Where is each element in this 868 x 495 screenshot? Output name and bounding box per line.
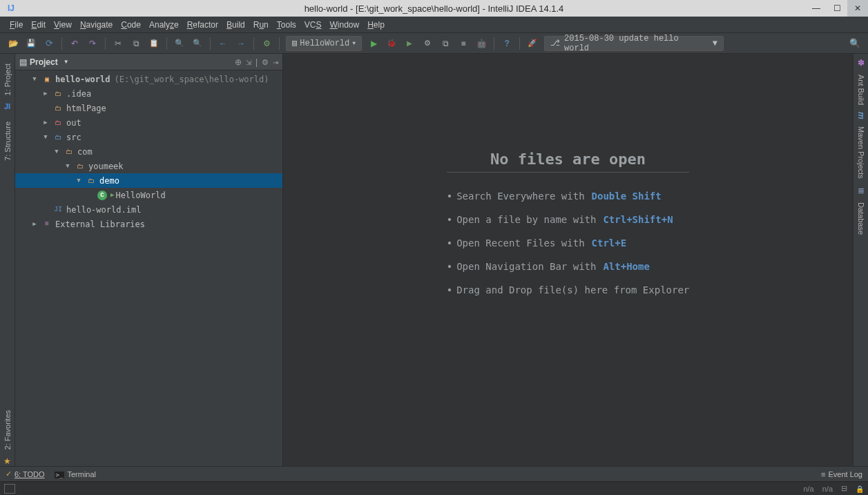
- debug-button[interactable]: [384, 36, 399, 51]
- toolwindow-ant-tab[interactable]: Ant Build: [856, 69, 867, 110]
- menu-code[interactable]: Code: [117, 18, 145, 32]
- undo-button[interactable]: [67, 36, 82, 51]
- expand-icon[interactable]: [64, 163, 72, 170]
- menu-refactor[interactable]: Refactor: [183, 18, 222, 32]
- autoscroll-button[interactable]: [235, 57, 242, 67]
- toolwindow-eventlog-tab[interactable]: ≡ Event Log: [821, 470, 862, 478]
- minimize-button[interactable]: —: [806, 0, 827, 17]
- nav-back-button[interactable]: [215, 36, 231, 51]
- tree-node-out[interactable]: out: [15, 115, 282, 130]
- terminal-icon: [55, 470, 65, 478]
- sync-button[interactable]: [41, 36, 57, 51]
- toolwindow-structure-tab[interactable]: 7: Structure: [2, 116, 13, 166]
- save-all-button[interactable]: [23, 36, 39, 51]
- chevron-down-icon[interactable]: ▼: [64, 59, 69, 65]
- deploy-button[interactable]: [525, 36, 540, 51]
- settings-button[interactable]: [262, 57, 269, 67]
- toolwindow-maven-tab[interactable]: Maven Projects: [856, 121, 867, 184]
- run-coverage-button[interactable]: [402, 36, 417, 51]
- menu-help[interactable]: Help: [363, 18, 389, 32]
- tip-open-file: Open a file by name withCtrl+Shift+N: [447, 214, 690, 225]
- caret-position: n/a: [803, 485, 813, 493]
- redo-button[interactable]: [85, 36, 100, 51]
- toolbar-separator: |: [255, 57, 258, 67]
- tree-node-iml[interactable]: JI hello-world.iml: [15, 202, 282, 217]
- maven-icon: m: [856, 112, 866, 119]
- project-tree[interactable]: hello-world (E:\git_work_space\hello-wor…: [15, 70, 282, 466]
- menu-tools[interactable]: Tools: [273, 18, 300, 32]
- menu-analyze[interactable]: Analyze: [145, 18, 183, 32]
- chevron-down-icon: ▼: [352, 40, 356, 46]
- attach-button[interactable]: ⧉: [438, 36, 453, 51]
- copy-button[interactable]: [128, 36, 144, 51]
- paste-button[interactable]: [146, 36, 162, 51]
- empty-editor-state: No files are open Search Everywhere with…: [447, 151, 690, 308]
- left-tool-stripe: 1: Project JI 7: Structure 2: Favorites …: [0, 54, 15, 466]
- runnable-gutter-icon: ▶: [110, 191, 114, 199]
- toolwindow-database-tab[interactable]: Database: [856, 197, 867, 240]
- menu-window[interactable]: Window: [325, 18, 363, 32]
- tree-node-helloworld-class[interactable]: C ▶ HelloWorld: [15, 188, 282, 202]
- shortcut: Ctrl+E: [592, 237, 627, 249]
- menu-navigate[interactable]: Navigate: [76, 18, 117, 32]
- close-button[interactable]: ✕: [847, 0, 868, 17]
- toolwindow-project-tab[interactable]: 1: Project: [2, 58, 13, 101]
- tree-node-com[interactable]: com: [15, 144, 282, 159]
- tip-nav-bar: Open Navigation Bar withAlt+Home: [447, 261, 690, 272]
- editor-area[interactable]: No files are open Search Everywhere with…: [283, 54, 853, 466]
- menu-run[interactable]: Run: [249, 18, 273, 32]
- tree-node-idea[interactable]: .idea: [15, 86, 282, 101]
- run-button[interactable]: [366, 36, 381, 51]
- expand-icon[interactable]: [30, 220, 39, 228]
- toolbar-separator: [210, 37, 211, 50]
- todo-icon: [6, 469, 12, 478]
- expand-icon[interactable]: [41, 90, 50, 97]
- cut-button[interactable]: [110, 36, 126, 51]
- expand-icon[interactable]: [52, 148, 61, 155]
- profile-button[interactable]: [420, 36, 435, 51]
- package-icon: [75, 161, 86, 172]
- readonly-lock-icon[interactable]: [856, 485, 864, 493]
- menu-build[interactable]: Build: [222, 18, 249, 32]
- tree-node-external-libraries[interactable]: ≡ External Libraries: [15, 217, 282, 231]
- help-button[interactable]: [499, 36, 514, 51]
- toolwindow-todo-tab[interactable]: 6: TODO: [6, 469, 45, 478]
- menu-vcs[interactable]: VCS: [300, 18, 326, 32]
- run-config-icon: ▤: [292, 38, 297, 48]
- maximize-button[interactable]: ☐: [827, 0, 847, 17]
- node-label: hello-world.iml: [66, 205, 141, 215]
- vcs-commit-combo[interactable]: 2015-08-30 update hello world ▼: [544, 36, 724, 51]
- expand-icon[interactable]: [75, 177, 83, 184]
- tree-node-root[interactable]: hello-world (E:\git_work_space\hello-wor…: [15, 72, 282, 86]
- hide-button[interactable]: [273, 57, 278, 67]
- replace-button[interactable]: [190, 36, 205, 51]
- menu-edit[interactable]: Edit: [27, 18, 50, 32]
- status-bar: n/a n/a ⊟: [0, 481, 868, 495]
- toolwindow-terminal-tab[interactable]: Terminal: [55, 470, 96, 478]
- node-label: com: [77, 147, 93, 157]
- tree-node-youmeek[interactable]: youmeek: [15, 159, 282, 173]
- open-file-button[interactable]: [6, 36, 21, 51]
- make-project-button[interactable]: [259, 36, 274, 51]
- menu-bar: File Edit View Navigate Code Analyze Ref…: [0, 17, 868, 33]
- avd-button[interactable]: 🤖: [474, 36, 489, 51]
- find-button[interactable]: [172, 36, 187, 51]
- tree-node-src[interactable]: src: [15, 130, 282, 144]
- expand-icon[interactable]: [41, 134, 50, 141]
- tree-node-demo[interactable]: demo: [15, 173, 282, 188]
- toolwindow-quick-access-button[interactable]: [4, 484, 15, 494]
- toolwindow-favorites-tab[interactable]: 2: Favorites: [2, 405, 13, 455]
- collapse-all-button[interactable]: [246, 57, 251, 67]
- search-everywhere-button[interactable]: [847, 36, 862, 51]
- menu-view[interactable]: View: [50, 18, 76, 32]
- menu-file[interactable]: File: [6, 18, 27, 32]
- nav-forward-button[interactable]: [233, 36, 249, 51]
- toolbar-separator: [166, 37, 167, 50]
- expand-icon[interactable]: [30, 76, 39, 83]
- expand-icon[interactable]: [41, 119, 50, 126]
- stop-button[interactable]: [456, 36, 471, 51]
- bottom-tool-stripe: 6: TODO Terminal ≡ Event Log: [0, 466, 868, 481]
- tree-node-htmlpage[interactable]: htmlPage: [15, 101, 282, 115]
- toolbar-separator: [519, 37, 520, 50]
- run-config-combo[interactable]: ▤ HelloWorld ▼: [286, 36, 362, 51]
